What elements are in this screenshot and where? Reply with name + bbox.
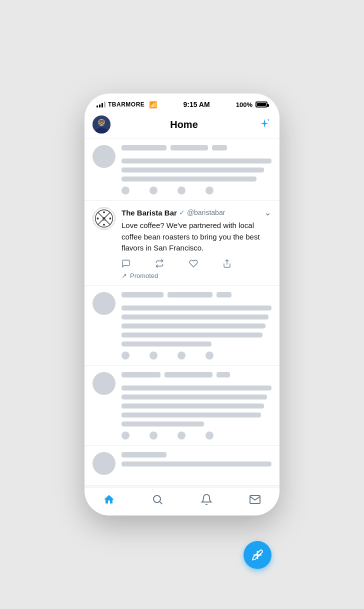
- signal-bars: [96, 102, 106, 108]
- promoted-label: Promoted: [130, 272, 158, 280]
- battery-icon: [256, 102, 268, 108]
- promoted-icon: ↗: [122, 272, 127, 280]
- retweet-button[interactable]: [155, 259, 164, 268]
- sk2-action-4: [206, 352, 214, 360]
- tweet-text: Love coffee? We've partnered with local …: [122, 220, 272, 254]
- sk2-line1: [122, 306, 272, 310]
- sk3-action-1: [122, 432, 130, 440]
- sk3-name: [122, 372, 160, 378]
- svg-text:B: B: [102, 216, 106, 222]
- svg-point-13: [103, 224, 105, 226]
- phone-frame: TBARMORE 📶 9:15 AM 100% Home: [84, 94, 280, 516]
- signal-bar-2: [99, 104, 100, 108]
- status-time: 9:15 AM: [183, 100, 210, 108]
- sk3-line1: [122, 386, 272, 390]
- status-bar: TBARMORE 📶 9:15 AM 100%: [84, 94, 280, 112]
- nav-home[interactable]: [84, 494, 134, 506]
- promoted-row: ↗ Promoted: [122, 272, 272, 280]
- sk2-action-2: [150, 352, 158, 360]
- sk4-header: [122, 452, 166, 458]
- svg-point-12: [103, 212, 105, 214]
- nav-messages[interactable]: [231, 494, 280, 506]
- svg-point-15: [110, 218, 112, 220]
- skeleton-avatar-4: [92, 452, 116, 475]
- svg-rect-3: [99, 120, 104, 122]
- share-button[interactable]: [222, 259, 232, 268]
- skeleton-avatar-1: [92, 145, 116, 168]
- tweet-author-handle[interactable]: @baristabar: [187, 208, 225, 216]
- tweet-body: The Barista Bar ✓ @baristabar ⌄ Love cof…: [122, 207, 272, 280]
- svg-point-17: [154, 496, 160, 502]
- sk-date: [212, 145, 227, 150]
- barista-tweet: B The Barista Bar ✓ @baristabar: [84, 201, 280, 286]
- sk-action-2: [150, 186, 158, 194]
- sk4-line1: [122, 462, 272, 466]
- skeleton-tweet-1: [84, 139, 280, 201]
- sk2-actions: [122, 352, 272, 360]
- wifi-icon: 📶: [149, 101, 157, 108]
- sk2-name: [122, 292, 164, 298]
- sk3-action-2: [150, 432, 158, 440]
- sk-handle: [170, 145, 208, 150]
- like-button[interactable]: [189, 259, 198, 268]
- tweet-more-button[interactable]: ⌄: [264, 207, 272, 218]
- skeleton-tweet-4: [84, 446, 280, 486]
- skeleton-tweet-3: [84, 366, 280, 446]
- sk3-date: [216, 372, 230, 378]
- sk2-line2: [122, 314, 268, 320]
- sk2-line4: [122, 332, 262, 338]
- carrier-text: TBARMORE: [108, 101, 144, 108]
- skeleton-tweet-2: [84, 286, 280, 366]
- skeleton-content-3: [122, 372, 272, 440]
- sk-name: [122, 145, 166, 150]
- tweet-actions: [122, 259, 232, 268]
- skeleton-avatar-2: [92, 292, 116, 315]
- svg-point-14: [97, 218, 99, 220]
- sk-line2: [122, 168, 264, 172]
- page-title: Home: [170, 119, 198, 130]
- sk3-line5: [122, 422, 204, 426]
- sk2-action-3: [178, 352, 186, 360]
- sk-action-3: [178, 186, 186, 194]
- battery-percent: 100%: [236, 101, 252, 108]
- skeleton-content-2: [122, 292, 272, 360]
- barista-avatar[interactable]: B: [92, 207, 116, 230]
- svg-line-18: [160, 502, 162, 504]
- skeleton-content-1: [122, 145, 272, 194]
- sk3-line3: [122, 404, 264, 408]
- sk2-line5: [122, 342, 212, 346]
- sk-line1: [122, 158, 272, 164]
- bottom-navigation: [84, 487, 280, 516]
- tweet-feed: B The Barista Bar ✓ @baristabar: [84, 139, 280, 487]
- sk2-line3: [122, 324, 266, 328]
- sk-action-1: [122, 186, 130, 194]
- sk3-action-3: [178, 432, 186, 440]
- skeleton-content-4: [122, 452, 272, 475]
- sk2-handle: [168, 292, 212, 298]
- sk2-date: [216, 292, 232, 298]
- sk3-line4: [122, 412, 261, 418]
- status-left: TBARMORE 📶: [96, 101, 157, 108]
- signal-bar-1: [96, 106, 98, 108]
- signal-bar-3: [102, 103, 103, 108]
- navigation-bar: Home: [84, 112, 280, 139]
- sk3-handle: [164, 372, 212, 378]
- sparkle-button[interactable]: [258, 118, 272, 132]
- sk-action-4: [206, 186, 214, 194]
- user-avatar[interactable]: [92, 116, 110, 134]
- skeleton-avatar-3: [92, 372, 116, 395]
- tweet-author-name: The Barista Bar: [122, 208, 177, 217]
- battery-fill: [257, 103, 266, 106]
- tweet-header: The Barista Bar ✓ @baristabar ⌄: [122, 207, 272, 218]
- sk-line3: [122, 176, 256, 182]
- sk2-action-1: [122, 352, 130, 360]
- nav-notifications[interactable]: [182, 494, 231, 506]
- sk3-line2: [122, 394, 267, 400]
- tweet-name-row: The Barista Bar ✓ @baristabar: [122, 208, 225, 217]
- sk-actions: [122, 186, 272, 194]
- nav-search[interactable]: [134, 494, 182, 506]
- verified-badge: ✓: [179, 208, 185, 216]
- reply-button[interactable]: [122, 259, 130, 268]
- signal-bar-4: [104, 102, 106, 108]
- status-right: 100%: [236, 101, 268, 108]
